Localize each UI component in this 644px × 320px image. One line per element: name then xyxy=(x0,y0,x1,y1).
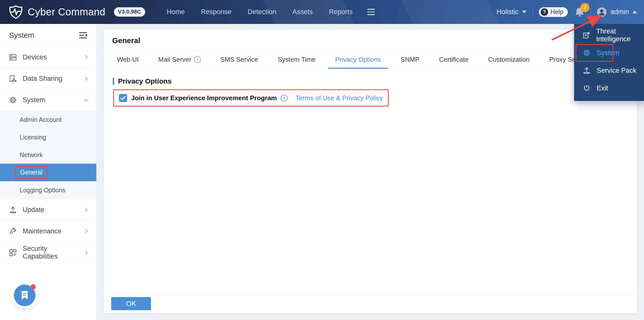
nav-item-reports[interactable]: Reports xyxy=(329,8,353,16)
sidebar-subitem-admin-account[interactable]: Admin Account xyxy=(0,111,96,128)
menu-item-service-pack[interactable]: Service Pack xyxy=(574,62,644,79)
tab-label: System Time xyxy=(278,56,315,63)
update-upload-icon xyxy=(9,205,17,214)
check-icon xyxy=(120,96,126,100)
version-badge: V3.0.98C xyxy=(114,7,145,16)
devices-icon xyxy=(9,53,17,61)
sidebar-subitem-licensing[interactable]: Licensing xyxy=(0,128,96,146)
menu-item-label: Threat Intelligence xyxy=(596,27,644,43)
notification-dot xyxy=(30,284,36,290)
menu-item-threat-intelligence[interactable]: Threat Intelligence xyxy=(574,26,644,44)
menu-item-label: Service Pack xyxy=(597,67,636,75)
sidebar: System Devices xyxy=(0,24,97,320)
panel-header: General xyxy=(104,30,637,51)
nav-item-response[interactable]: Response xyxy=(201,8,232,16)
ok-button[interactable]: OK xyxy=(111,297,151,310)
sidebar-item-maintenance[interactable]: Maintenance xyxy=(0,221,96,242)
menu-item-label: Exit xyxy=(597,84,608,92)
cyber-command-app: Cyber Command V3.0.98C Home Response Det… xyxy=(0,0,644,320)
sidebar-system-submenu: Admin Account Licensing Network General … xyxy=(0,111,96,199)
sidebar-item-update[interactable]: Update xyxy=(0,199,96,221)
section-header: Privacy Options xyxy=(113,77,628,85)
settings-tabs: Web UI Mail Server i SMS Service System … xyxy=(104,51,637,69)
view-mode-label: Holistic xyxy=(497,8,518,16)
sidebar-subitem-general[interactable]: General xyxy=(0,164,96,181)
section-title: Privacy Options xyxy=(118,77,172,85)
chevron-down-icon xyxy=(522,11,527,13)
subitem-label: Licensing xyxy=(20,134,46,141)
menu-item-label: System xyxy=(597,49,619,57)
tab-label: SMS Service xyxy=(220,56,258,63)
tab-sms-service[interactable]: SMS Service xyxy=(213,51,265,68)
info-icon: i xyxy=(194,56,201,63)
divider xyxy=(590,8,591,16)
shield-pulse-logo-icon xyxy=(9,5,23,19)
subitem-label: Logging Options xyxy=(20,187,65,194)
sidebar-item-system[interactable]: System xyxy=(0,89,96,111)
user-menu-trigger[interactable]: admin xyxy=(597,7,637,17)
sidebar-item-security-capabilities[interactable]: Security Capabilities xyxy=(0,242,96,263)
bookmark-icon xyxy=(20,290,29,300)
sidebar-collapse-icon[interactable] xyxy=(79,32,87,39)
sidebar-subitem-logging-options[interactable]: Logging Options xyxy=(0,181,96,199)
threat-intelligence-icon xyxy=(583,31,590,39)
tab-label: Customization xyxy=(488,56,530,63)
join-program-checkbox[interactable] xyxy=(119,94,127,102)
sidebar-item-label: System xyxy=(23,96,78,104)
nav-item-home[interactable]: Home xyxy=(167,8,185,16)
info-icon[interactable]: i xyxy=(281,95,288,101)
security-capabilities-icon xyxy=(9,248,17,257)
sidebar-item-data-sharing[interactable]: Data Sharing xyxy=(0,68,96,89)
navbar-right-cluster: Holistic ? Help 2 xyxy=(497,7,644,17)
app-title: Cyber Command xyxy=(28,6,105,18)
panel-footer: OK xyxy=(104,294,637,313)
sidebar-item-label: Data Sharing xyxy=(23,75,78,83)
notification-count-badge: 2 xyxy=(580,3,589,12)
top-navbar: Cyber Command V3.0.98C Home Response Det… xyxy=(0,0,644,24)
sidebar-title: System xyxy=(9,31,34,40)
username: admin xyxy=(610,8,629,16)
user-avatar-icon xyxy=(597,7,607,17)
tab-label: Mail Server xyxy=(158,56,191,63)
menu-item-system[interactable]: System xyxy=(574,44,644,62)
privacy-options-section: Privacy Options Join in User Experience … xyxy=(104,69,637,115)
tab-system-time[interactable]: System Time xyxy=(271,51,323,68)
data-sharing-icon xyxy=(9,74,17,83)
notifications-button[interactable]: 2 xyxy=(575,7,584,17)
join-program-label: Join in User Experience Improvement Prog… xyxy=(131,94,277,102)
tab-customization[interactable]: Customization xyxy=(481,51,537,68)
tab-mail-server[interactable]: Mail Server i xyxy=(151,51,208,68)
subitem-label: Network xyxy=(20,151,43,159)
subitem-label: Admin Account xyxy=(20,116,62,123)
chevron-right-icon xyxy=(84,207,89,212)
nav-item-detection[interactable]: Detection xyxy=(248,8,276,16)
sidebar-header: System xyxy=(0,24,96,47)
system-gear-icon xyxy=(9,96,17,104)
more-menu-icon[interactable] xyxy=(367,9,375,15)
chevron-right-icon xyxy=(84,55,89,60)
page-title: General xyxy=(112,36,628,45)
tab-label: Privacy Options xyxy=(335,56,381,63)
tab-snmp[interactable]: SNMP xyxy=(393,51,426,68)
tab-certificate[interactable]: Certificate xyxy=(432,51,475,68)
exit-power-icon xyxy=(583,84,591,92)
sidebar-subitem-network[interactable]: Network xyxy=(0,146,96,164)
sidebar-item-label: Security Capabilities xyxy=(23,245,78,260)
menu-item-exit[interactable]: Exit xyxy=(574,79,644,97)
chevron-right-icon xyxy=(84,229,89,234)
terms-privacy-link[interactable]: Terms of Use & Privacy Policy xyxy=(296,94,383,102)
chevron-up-icon xyxy=(632,11,637,13)
tab-privacy-options[interactable]: Privacy Options xyxy=(328,51,388,68)
view-mode-dropdown[interactable]: Holistic xyxy=(497,8,527,16)
sidebar-item-devices[interactable]: Devices xyxy=(0,47,96,68)
divider xyxy=(533,8,533,16)
floating-bookmark-button[interactable] xyxy=(14,285,35,306)
sidebar-item-label: Maintenance xyxy=(23,227,78,235)
nav-item-assets[interactable]: Assets xyxy=(292,8,313,16)
tab-web-ui[interactable]: Web UI xyxy=(110,51,146,68)
tab-label: Certificate xyxy=(439,56,468,63)
annotation-red-box-privacy-row: Join in User Experience Improvement Prog… xyxy=(113,89,389,106)
help-button[interactable]: ? Help xyxy=(539,7,568,17)
chevron-down-icon xyxy=(84,98,89,103)
tab-label: Web UI xyxy=(117,56,139,63)
